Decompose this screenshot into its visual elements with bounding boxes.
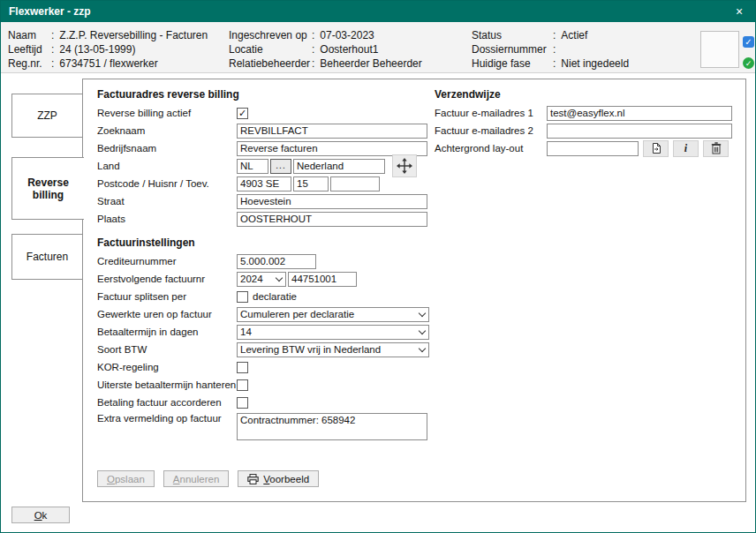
crediteurnummer-input[interactable]	[237, 254, 316, 269]
gewerkte-uren-select[interactable]: Cumuleren per declaratie	[237, 307, 429, 322]
factuurjaar-select[interactable]: 2024	[237, 272, 286, 287]
section-title-verzendwijze: Verzendwijze	[435, 86, 738, 104]
field-label: Factuur splitsen per	[97, 291, 237, 302]
move-address-button[interactable]	[392, 154, 417, 177]
green-check-icon: ✓	[743, 57, 754, 69]
header-label: Reg.nr.	[8, 56, 51, 71]
tab-zzp[interactable]: ZZP	[11, 94, 83, 138]
reverse-billing-actief-checkbox[interactable]: ✓	[237, 108, 248, 119]
button-label: Opslaan	[107, 474, 145, 484]
straat-input[interactable]	[237, 194, 427, 209]
header-row-status: StatusActief	[472, 28, 629, 42]
header-value: Oosterhout1	[320, 42, 378, 56]
header-value: Z.Z.P. Reversebilling - Facturen	[59, 28, 208, 42]
plaats-input[interactable]	[237, 212, 427, 227]
land-code-input[interactable]	[237, 159, 268, 174]
row-factuur-splitsen: Factuur splitsen per declaratie	[97, 288, 433, 305]
tab-label: ZZP	[37, 109, 57, 122]
row-reverse-billing-actief: Reverse billing actief ✓	[97, 104, 433, 122]
section-title-factuuradres: Factuuradres reverse billing	[97, 86, 433, 104]
colon-separator	[553, 56, 556, 71]
header-value: Niet ingedeeld	[561, 56, 629, 71]
body-area: Factuuradres reverse billing Reverse bil…	[1, 73, 755, 532]
button-label: Annuleren	[173, 474, 219, 484]
kor-regeling-checkbox[interactable]	[237, 362, 248, 373]
header-label: Locatie	[229, 42, 312, 56]
row-uiterste-betaaltermijn: Uiterste betaaltermijn hanteren	[97, 376, 433, 394]
opslaan-button[interactable]: Opslaan	[97, 470, 155, 487]
photo-placeholder	[700, 31, 739, 68]
field-label: Betaaltermijn in dagen	[97, 327, 237, 337]
trash-icon	[711, 142, 722, 154]
title-bar: Flexwerker - zzp ×	[1, 1, 755, 22]
delete-layout-button[interactable]	[703, 140, 729, 157]
field-label: Extra vermelding op factuur	[97, 413, 237, 424]
field-label: Land	[97, 161, 237, 171]
field-label: Eerstvolgende factuurnr	[97, 274, 237, 284]
betaaltermijn-select[interactable]: 14	[237, 325, 429, 340]
select-value: Cumuleren per declaratie	[240, 309, 416, 319]
row-eerstvolgende-factuurnr: Eerstvolgende factuurnr 2024	[97, 270, 433, 288]
close-icon[interactable]: ×	[731, 4, 747, 19]
header-row-locatie: LocatieOosterhout1	[229, 42, 422, 56]
zoeknaam-input[interactable]	[237, 124, 427, 139]
button-label: Ok	[34, 510, 48, 521]
tab-label: Reverse billing	[18, 176, 79, 201]
header-value: Actief	[561, 28, 587, 42]
voorbeeld-button[interactable]: Voorbeeld	[238, 470, 319, 487]
row-betaaltermijn: Betaaltermijn in dagen 14	[97, 323, 433, 341]
factuur-email-2-input[interactable]	[547, 124, 732, 139]
field-label: KOR-regeling	[97, 362, 237, 372]
soort-btw-select[interactable]: Levering BTW vrij in Nederland	[237, 342, 429, 357]
annuleren-button[interactable]: Annuleren	[163, 470, 229, 487]
select-layout-button[interactable]	[643, 140, 669, 157]
colon-separator	[553, 28, 556, 42]
row-bedrijfsnaam: Bedrijfsnaam	[97, 139, 433, 157]
flexwerker-header: NaamZ.Z.P. Reversebilling - Facturen Lee…	[1, 22, 755, 73]
achtergrond-layout-input[interactable]	[547, 141, 639, 156]
colon-separator	[51, 28, 54, 42]
row-email-1: Factuur e-mailadres 1	[435, 104, 738, 122]
field-label: Plaats	[97, 214, 237, 224]
betaling-accorderen-checkbox[interactable]	[237, 397, 248, 409]
header-row-dossiernummer: Dossiernummer	[472, 42, 629, 56]
header-label: Dossiernummer	[472, 42, 553, 56]
factuurnummer-input[interactable]	[288, 272, 357, 287]
land-name-input[interactable]	[293, 159, 385, 174]
header-label: Naam	[8, 28, 51, 42]
extra-vermelding-textarea[interactable]: Contractnummer: 658942	[237, 413, 427, 440]
colon-separator	[312, 42, 314, 56]
tab-facturen[interactable]: Facturen	[11, 234, 83, 280]
factuur-email-1-input[interactable]	[547, 106, 732, 121]
uiterste-betaaltermijn-checkbox[interactable]	[237, 379, 248, 391]
window-title: Flexwerker - zzp	[9, 5, 731, 18]
postcode-input[interactable]	[237, 176, 291, 191]
header-row-naam: NaamZ.Z.P. Reversebilling - Facturen	[8, 28, 208, 42]
field-label: Factuur e-mailadres 1	[435, 108, 547, 118]
chevron-down-icon	[276, 274, 283, 281]
tab-reverse-billing[interactable]: Reverse billing	[11, 157, 84, 220]
huisnummer-input[interactable]	[293, 176, 329, 191]
header-row-relatiebeheerder: RelatiebeheerderBeheerder Beheerder	[229, 56, 422, 71]
header-label: Ingeschreven op	[229, 28, 312, 42]
row-land: Land ...	[97, 157, 433, 175]
reverse-billing-panel: Factuuradres reverse billing Reverse bil…	[82, 79, 746, 502]
row-zoeknaam: Zoeknaam	[97, 122, 433, 139]
header-label: Leeftijd	[8, 42, 51, 56]
layout-info-button[interactable]: i	[673, 140, 699, 157]
land-browse-button[interactable]: ...	[270, 159, 291, 174]
header-row-regnr: Reg.nr.6734751 / flexwerker	[8, 56, 208, 71]
row-kor-regeling: KOR-regeling	[97, 358, 433, 376]
colon-separator	[312, 56, 314, 71]
factuur-splitsen-checkbox[interactable]	[237, 291, 248, 303]
right-form: Verzendwijze Factuur e-mailadres 1 Factu…	[435, 86, 738, 157]
toevoeging-input[interactable]	[330, 176, 380, 191]
header-value: 24 (13-05-1999)	[59, 42, 135, 56]
ok-button[interactable]: Ok	[11, 507, 70, 523]
checkbox-option-label: declaratie	[253, 291, 297, 302]
field-label: Reverse billing actief	[97, 108, 237, 118]
bedrijfsnaam-input[interactable]	[237, 141, 427, 156]
field-label: Soort BTW	[97, 344, 237, 355]
field-label: Postcode / Huisnr / Toev.	[97, 178, 237, 189]
header-label: Relatiebeheerder	[229, 56, 312, 71]
